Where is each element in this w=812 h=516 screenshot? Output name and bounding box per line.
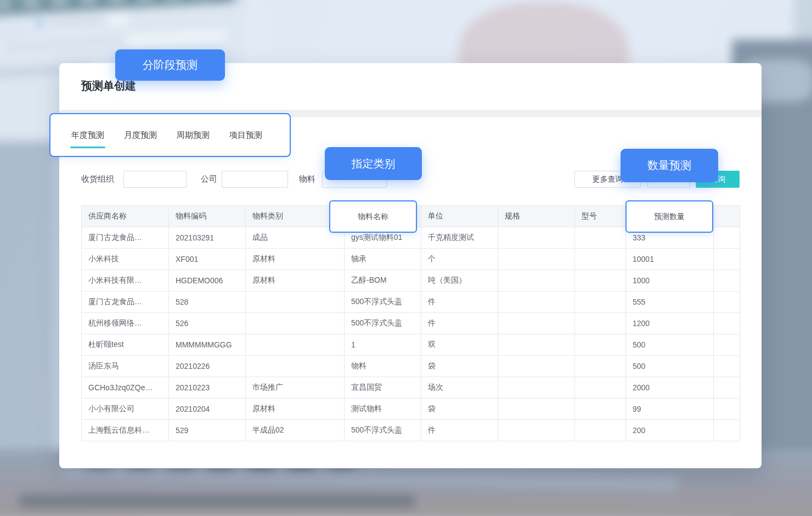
forecast-table-wrapper: 供应商名称物料编码物料类别物料名称单位规格型号预测数量 厦门古龙食品…20210…: [81, 205, 740, 441]
table-cell: 测试物料: [345, 399, 421, 420]
table-cell: 1: [345, 334, 421, 356]
material-name-highlight-box: 物料名称: [329, 200, 417, 233]
table-cell: [714, 270, 740, 291]
table-cell: [575, 356, 626, 377]
background-left-shade: [0, 141, 53, 481]
company-input[interactable]: [222, 171, 288, 188]
table-cell: [498, 420, 575, 441]
table-row[interactable]: GCHo3Jzq0ZQe…20210223市场推广宜昌国贸场次2000: [82, 377, 740, 399]
table-cell: 件: [421, 313, 498, 334]
table-row[interactable]: 小米科技XF001原材料轴承个10001: [82, 249, 740, 270]
table-cell: 500: [626, 356, 714, 377]
table-cell: [575, 227, 626, 249]
table-cell: 小米科技有限…: [82, 270, 169, 291]
quantity-forecast-badge: 数量预测: [621, 149, 718, 182]
table-cell: 件: [421, 420, 498, 441]
table-row[interactable]: 汤臣东马20210226物料袋500: [82, 356, 740, 377]
table-cell: 厦门古龙食品…: [82, 291, 169, 313]
table-cell: [246, 356, 345, 377]
background-browser-tab: [30, 12, 129, 31]
table-cell: [714, 420, 740, 441]
table-cell: [575, 334, 626, 356]
page-title: 预测单创建: [81, 78, 136, 93]
forecast-table: 供应商名称物料编码物料类别物料名称单位规格型号预测数量 厦门古龙食品…20210…: [81, 205, 740, 441]
table-cell: 袋: [421, 399, 498, 420]
company-label: 公司: [201, 174, 217, 184]
table-cell: [498, 249, 575, 270]
table-row[interactable]: 小小有限公司20210204原材料测试物料袋99: [82, 399, 740, 420]
tab-cycle-forecast[interactable]: 周期预测: [177, 130, 210, 141]
background-menubar: [0, 0, 234, 18]
table-cell: 市场推广: [246, 377, 345, 399]
table-cell: [714, 227, 740, 249]
table-cell: 526: [169, 313, 246, 334]
table-cell: [498, 356, 575, 377]
table-cell: MMMMMMGGG: [169, 334, 246, 356]
table-cell: 1000: [626, 270, 714, 291]
column-header: 型号: [575, 206, 626, 227]
table-cell: 10001: [626, 249, 714, 270]
table-cell: 528: [169, 291, 246, 313]
table-cell: [575, 291, 626, 313]
table-cell: 500不浮式头盖: [345, 291, 421, 313]
receiving-org-label: 收货组织: [81, 174, 114, 184]
receiving-org-input[interactable]: [123, 171, 187, 188]
table-cell: [575, 313, 626, 334]
material-label: 物料: [299, 174, 315, 184]
table-cell: [246, 291, 345, 313]
table-cell: [714, 377, 740, 399]
column-header: 物料编码: [169, 206, 246, 227]
table-row[interactable]: 小米科技有限…HGDEMO006原材料乙醇-BOM吨（美国）1000: [82, 270, 740, 291]
table-cell: 袋: [421, 356, 498, 377]
table-cell: 汤臣东马: [82, 356, 169, 377]
column-header: 规格: [498, 206, 575, 227]
table-cell: [714, 399, 740, 420]
forecast-panel: 预测单创建 年度预测 月度预测 周期预测 项目预测 收货组织 公司 物料 更多查…: [59, 63, 762, 468]
tab-project-forecast[interactable]: 项目预测: [229, 130, 262, 141]
table-cell: HGDEMO006: [169, 270, 246, 291]
table-cell: [498, 313, 575, 334]
table-cell: XF001: [169, 249, 246, 270]
table-cell: 原材料: [246, 249, 345, 270]
table-cell: 厦门古龙食品…: [82, 227, 169, 249]
table-cell: [714, 334, 740, 356]
table-cell: 500不浮式头盖: [345, 313, 421, 334]
table-row[interactable]: 杜昕颐testMMMMMMGGG1双500: [82, 334, 740, 356]
table-cell: [575, 420, 626, 441]
column-header: 单位: [421, 206, 498, 227]
table-cell: 上海甄云信息科…: [82, 420, 169, 441]
table-cell: [714, 313, 740, 334]
table-cell: 555: [626, 291, 714, 313]
tab-annual-forecast[interactable]: 年度预测: [71, 130, 104, 141]
table-cell: 原材料: [246, 270, 345, 291]
table-cell: 半成品02: [246, 420, 345, 441]
column-header: [714, 206, 740, 227]
table-cell: 500不浮式头盖: [345, 420, 421, 441]
table-cell: 小小有限公司: [82, 399, 169, 420]
column-header: 供应商名称: [82, 206, 169, 227]
table-cell: 20210226: [169, 356, 246, 377]
background-bottom-shadow: [20, 495, 415, 507]
table-cell: 双: [421, 334, 498, 356]
table-cell: [575, 270, 626, 291]
table-row[interactable]: 上海甄云信息科…529半成品02500不浮式头盖件200: [82, 420, 740, 441]
table-cell: [498, 334, 575, 356]
table-cell: 200: [626, 420, 714, 441]
table-row[interactable]: 厦门古龙食品…528500不浮式头盖件555: [82, 291, 740, 313]
table-cell: 2000: [626, 377, 714, 399]
table-row[interactable]: 杭州移领网络…526500不浮式头盖件1200: [82, 313, 740, 334]
table-cell: 千克精度测试: [421, 227, 498, 249]
table-cell: 杜昕颐test: [82, 334, 169, 356]
table-cell: 202103291: [169, 227, 246, 249]
table-cell: 宜昌国贸: [345, 377, 421, 399]
table-cell: 20210223: [169, 377, 246, 399]
tab-monthly-forecast[interactable]: 月度预测: [124, 130, 157, 141]
specify-category-badge: 指定类别: [325, 147, 422, 180]
table-cell: [575, 399, 626, 420]
table-cell: 物料: [345, 356, 421, 377]
table-cell: [246, 334, 345, 356]
table-cell: 20210204: [169, 399, 246, 420]
background-laptop-edge: [64, 467, 678, 491]
table-cell: 轴承: [345, 249, 421, 270]
table-cell: 小米科技: [82, 249, 169, 270]
